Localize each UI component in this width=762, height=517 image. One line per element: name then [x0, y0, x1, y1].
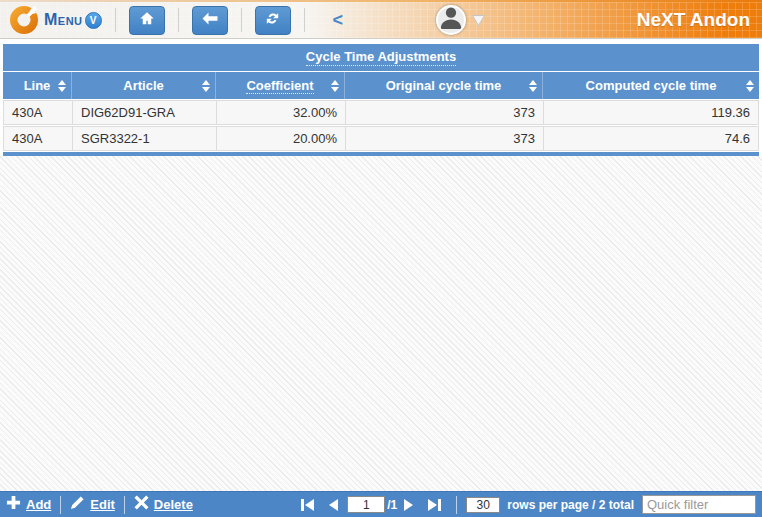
column-header-computed-cycle-time[interactable]: Computed cycle time	[543, 72, 759, 99]
cycle-time-table: Cycle Time Adjustments Line Article Coef…	[3, 44, 759, 156]
table-header-row: Line Article Coefficient Original cycle …	[3, 72, 759, 99]
collapse-toolbar-button[interactable]: <	[333, 10, 344, 31]
rows-info-label: rows per page / 2 total	[507, 498, 634, 512]
edit-label: Edit	[90, 497, 115, 512]
table-title-bar: Cycle Time Adjustments	[3, 44, 759, 71]
user-menu[interactable]	[436, 5, 486, 35]
cell-original-cycle-time: 373	[346, 101, 544, 124]
rows-per-page-input[interactable]	[466, 497, 500, 513]
cell-original-cycle-time: 373	[346, 127, 544, 150]
toolbar-separator	[178, 8, 179, 32]
menu-button[interactable]: Menu	[44, 11, 83, 29]
cell-line: 430A	[4, 127, 73, 150]
footer-separator	[456, 496, 457, 514]
page-number-input[interactable]	[347, 496, 385, 513]
user-dropdown-icon[interactable]	[471, 14, 486, 27]
column-label: Computed cycle time	[586, 78, 717, 93]
back-arrow-icon	[201, 11, 219, 30]
sort-icon[interactable]	[529, 80, 537, 92]
delete-button[interactable]: Delete	[134, 495, 193, 514]
plus-icon	[6, 495, 21, 514]
cell-computed-cycle-time: 74.6	[544, 127, 758, 150]
column-header-line[interactable]: Line	[3, 72, 72, 99]
page-total-label: /1	[387, 498, 397, 512]
column-label: Coefficient	[246, 78, 313, 94]
column-label: Article	[123, 78, 163, 93]
column-label: Original cycle time	[386, 78, 502, 93]
cell-computed-cycle-time: 119.36	[544, 101, 758, 124]
first-page-button[interactable]	[300, 498, 316, 512]
refresh-button[interactable]	[255, 6, 291, 35]
x-icon	[134, 495, 149, 514]
cell-article: SGR3322-1	[73, 127, 217, 150]
previous-page-button[interactable]	[326, 498, 340, 512]
column-header-original-cycle-time[interactable]: Original cycle time	[345, 72, 543, 99]
edit-button[interactable]: Edit	[70, 495, 115, 514]
avatar[interactable]	[436, 5, 466, 35]
add-button[interactable]: Add	[6, 495, 51, 514]
sort-icon[interactable]	[746, 80, 754, 92]
cell-coefficient: 20.00%	[217, 127, 346, 150]
toolbar-separator	[115, 8, 116, 32]
empty-area	[0, 156, 762, 491]
back-button[interactable]	[192, 6, 228, 35]
footer-separator	[124, 496, 125, 514]
app-title: NeXT Andon	[637, 9, 750, 31]
refresh-icon	[264, 10, 281, 31]
next-page-button[interactable]	[402, 498, 416, 512]
sort-icon[interactable]	[202, 80, 210, 92]
add-label: Add	[26, 497, 51, 512]
menu-chevron-badge[interactable]: V	[85, 12, 102, 29]
table-row[interactable]: 430A SGR3322-1 20.00% 373 74.6	[3, 126, 759, 151]
sort-icon[interactable]	[331, 80, 339, 92]
footer-separator	[60, 496, 61, 514]
table-title: Cycle Time Adjustments	[306, 49, 456, 66]
column-label: Line	[24, 78, 51, 93]
sort-icon[interactable]	[58, 80, 66, 92]
person-icon	[438, 5, 464, 33]
footer-toolbar: Add Edit Delete /1 rows per page / 2 tot…	[0, 491, 762, 517]
column-header-coefficient[interactable]: Coefficient	[216, 72, 345, 99]
last-page-button[interactable]	[426, 498, 442, 512]
quick-filter-input[interactable]	[642, 495, 756, 514]
cell-article: DIG62D91-GRA	[73, 101, 217, 124]
app-logo-icon[interactable]	[8, 5, 39, 36]
column-header-article[interactable]: Article	[72, 72, 216, 99]
table-row[interactable]: 430A DIG62D91-GRA 32.00% 373 119.36	[3, 100, 759, 125]
topbar: Menu V <	[0, 2, 762, 39]
delete-label: Delete	[154, 497, 193, 512]
cell-line: 430A	[4, 101, 73, 124]
toolbar-separator	[304, 8, 305, 32]
home-button[interactable]	[129, 6, 165, 35]
pencil-icon	[70, 495, 85, 514]
home-icon	[138, 10, 156, 31]
cell-coefficient: 32.00%	[217, 101, 346, 124]
toolbar-separator	[241, 8, 242, 32]
